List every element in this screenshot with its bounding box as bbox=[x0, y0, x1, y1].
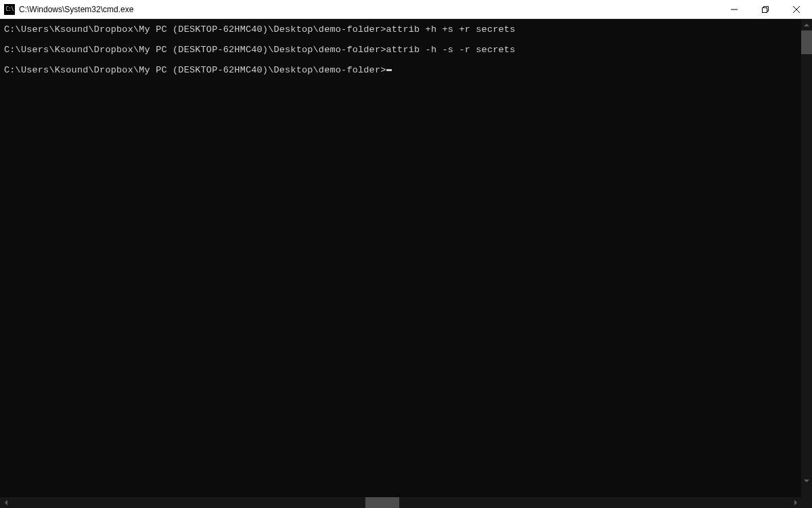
maximize-icon bbox=[762, 6, 769, 13]
window-title: C:\Windows\System32\cmd.exe bbox=[19, 5, 133, 14]
title-left: C:\ C:\Windows\System32\cmd.exe bbox=[4, 4, 133, 15]
blank-line bbox=[4, 35, 808, 45]
scrollbar-corner bbox=[801, 497, 812, 508]
close-icon bbox=[793, 6, 800, 13]
prompt-text: C:\Users\Ksound\Dropbox\My PC (DESKTOP-6… bbox=[4, 24, 386, 35]
minimize-button[interactable] bbox=[719, 0, 750, 18]
scrollbar-left-arrow-icon[interactable] bbox=[0, 497, 12, 508]
current-prompt-line: C:\Users\Ksound\Dropbox\My PC (DESKTOP-6… bbox=[4, 65, 808, 75]
terminal-area[interactable]: C:\Users\Ksound\Dropbox\My PC (DESKTOP-6… bbox=[0, 19, 812, 508]
scrollbar-thumb[interactable] bbox=[801, 30, 812, 54]
prompt-text: C:\Users\Ksound\Dropbox\My PC (DESKTOP-6… bbox=[4, 65, 386, 75]
command-text: attrib -h -s -r secrets bbox=[386, 45, 516, 55]
svg-rect-1 bbox=[763, 7, 767, 12]
command-text: attrib +h +s +r secrets bbox=[386, 24, 516, 35]
scrollbar-right-arrow-icon[interactable] bbox=[790, 497, 801, 508]
horizontal-scrollbar[interactable] bbox=[0, 497, 812, 508]
hscrollbar-thumb[interactable] bbox=[365, 497, 399, 508]
scrollbar-up-arrow-icon[interactable] bbox=[801, 19, 812, 30]
blank-line bbox=[4, 55, 808, 65]
vertical-scrollbar[interactable] bbox=[801, 19, 812, 497]
terminal-line: C:\Users\Ksound\Dropbox\My PC (DESKTOP-6… bbox=[4, 45, 808, 55]
close-button[interactable] bbox=[781, 0, 812, 18]
prompt-text: C:\Users\Ksound\Dropbox\My PC (DESKTOP-6… bbox=[4, 45, 386, 55]
cursor bbox=[386, 69, 392, 71]
title-bar: C:\ C:\Windows\System32\cmd.exe bbox=[0, 0, 812, 19]
maximize-button[interactable] bbox=[750, 0, 781, 18]
cmd-icon: C:\ bbox=[4, 4, 15, 15]
terminal-content[interactable]: C:\Users\Ksound\Dropbox\My PC (DESKTOP-6… bbox=[4, 24, 808, 506]
terminal-line: C:\Users\Ksound\Dropbox\My PC (DESKTOP-6… bbox=[4, 24, 808, 35]
minimize-icon bbox=[731, 6, 738, 13]
scrollbar-down-arrow-icon[interactable] bbox=[801, 475, 812, 486]
window-controls bbox=[719, 0, 812, 18]
